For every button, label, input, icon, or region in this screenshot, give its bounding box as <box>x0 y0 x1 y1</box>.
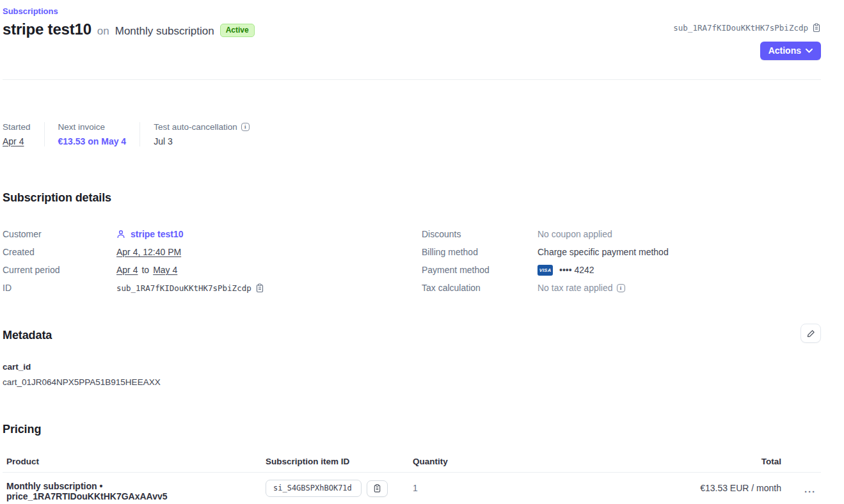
detail-row-customer: Customer stripe test10 <box>3 228 422 240</box>
page-header: stripe test10 on Monthly subscription Ac… <box>3 20 821 60</box>
product-name: Monthly subscription <box>6 481 97 491</box>
subscription-details-grid: Customer stripe test10 Created Apr 4, 12… <box>3 228 821 299</box>
product-separator: • <box>99 481 102 491</box>
column-header-item-id: Subscription item ID <box>266 457 413 466</box>
title-connector: on <box>97 25 109 38</box>
info-icon[interactable]: i <box>241 123 250 131</box>
billing-method-label: Billing method <box>422 247 537 257</box>
subscription-id-detail-value: sub_1RA7fKIDouKKtHK7sPbiZcdp <box>116 283 251 293</box>
chevron-down-icon <box>806 49 813 53</box>
current-period-end[interactable]: May 4 <box>153 265 177 275</box>
subscription-id-line: sub_1RA7fKIDouKKtHK7sPbiZcdp <box>673 23 821 33</box>
discounts-label: Discounts <box>422 229 537 239</box>
detail-row-id: ID sub_1RA7fKIDouKKtHK7sPbiZcdp <box>3 281 422 294</box>
stats-row: Started Apr 4 Next invoice €13.53 on May… <box>3 122 821 146</box>
stat-next-invoice-value[interactable]: €13.53 on May 4 <box>58 136 127 146</box>
payment-method-label: Payment method <box>422 265 537 275</box>
info-icon[interactable]: i <box>617 284 625 292</box>
title-product-name: Monthly subscription <box>115 25 214 38</box>
copy-clipboard-icon <box>373 484 381 493</box>
discounts-value: No coupon applied <box>537 229 612 239</box>
tax-calculation-label: Tax calculation <box>422 283 537 293</box>
product-price-id: price_1RA7RTIDouKKtHK7GAxAAvv5 <box>6 491 168 501</box>
item-id-cell: si_S4GBSPXhBOK71d <box>266 480 413 497</box>
overflow-menu-icon[interactable]: ··· <box>804 490 816 494</box>
edit-metadata-button[interactable] <box>800 324 821 343</box>
column-header-product: Product <box>6 457 266 466</box>
total-cell: €13.53 EUR / month <box>609 481 781 493</box>
current-period-connector: to <box>141 265 149 275</box>
subscription-detail-page: Subscriptions stripe test10 on Monthly s… <box>0 0 844 504</box>
row-menu-cell: ··· <box>781 481 821 498</box>
pricing-heading: Pricing <box>3 423 821 436</box>
pricing-table-header: Product Subscription item ID Quantity To… <box>3 457 821 473</box>
product-cell: Monthly subscription • price_1RA7RTIDouK… <box>6 481 266 504</box>
quantity-cell: 1 <box>413 481 609 493</box>
stat-started: Started Apr 4 <box>3 122 44 146</box>
actions-button[interactable]: Actions <box>760 42 821 60</box>
copy-clipboard-icon[interactable] <box>255 283 264 293</box>
actions-button-label: Actions <box>768 45 801 56</box>
column-header-quantity: Quantity <box>413 457 609 466</box>
customer-link[interactable]: stripe test10 <box>131 229 183 239</box>
current-period-label: Current period <box>3 265 116 275</box>
detail-row-discounts: Discounts No coupon applied <box>422 228 821 240</box>
detail-row-tax-calculation: Tax calculation No tax rate applied i <box>422 281 821 294</box>
pricing-table: Product Subscription item ID Quantity To… <box>3 457 821 504</box>
header-divider <box>3 79 821 80</box>
tax-calculation-value: No tax rate applied <box>537 283 613 293</box>
status-badge: Active <box>220 24 255 37</box>
stat-next-invoice-label: Next invoice <box>58 122 127 132</box>
detail-row-created: Created Apr 4, 12:40 PM <box>3 246 422 258</box>
pricing-table-row: Monthly subscription • price_1RA7RTIDouK… <box>3 473 821 504</box>
stat-started-value[interactable]: Apr 4 <box>3 136 31 146</box>
detail-row-payment-method: Payment method VISA •••• 4242 <box>422 264 821 276</box>
stat-started-label: Started <box>3 122 31 132</box>
pencil-icon <box>807 329 815 338</box>
metadata-entry: cart_id cart_01JR064NPX5PPA51B915HEEAXX <box>3 362 821 387</box>
details-right-column: Discounts No coupon applied Billing meth… <box>422 228 821 299</box>
column-header-total: Total <box>609 457 781 466</box>
stat-auto-cancellation-label: Test auto-cancellation <box>154 122 237 132</box>
copy-item-id-button[interactable] <box>367 480 388 497</box>
subscription-details-heading: Subscription details <box>3 191 821 205</box>
customer-label: Customer <box>3 229 116 239</box>
details-left-column: Customer stripe test10 Created Apr 4, 12… <box>3 228 422 299</box>
current-period-start[interactable]: Apr 4 <box>116 265 138 275</box>
breadcrumb-subscriptions[interactable]: Subscriptions <box>3 6 821 16</box>
header-right: sub_1RA7fKIDouKKtHK7sPbiZcdp Actions <box>673 20 821 60</box>
subscription-id-value: sub_1RA7fKIDouKKtHK7sPbiZcdp <box>673 23 808 33</box>
stat-auto-cancellation-value: Jul 3 <box>154 136 250 146</box>
page-title: stripe test10 <box>3 20 92 38</box>
id-label: ID <box>3 283 116 293</box>
stat-auto-cancellation: Test auto-cancellation i Jul 3 <box>139 122 263 146</box>
detail-row-billing-method: Billing method Charge specific payment m… <box>422 246 821 258</box>
created-label: Created <box>3 247 116 257</box>
detail-row-current-period: Current period Apr 4 to May 4 <box>3 264 422 276</box>
metadata-key: cart_id <box>3 362 821 372</box>
billing-method-value: Charge specific payment method <box>537 247 669 257</box>
copy-clipboard-icon[interactable] <box>812 23 821 33</box>
metadata-value: cart_01JR064NPX5PPA51B915HEEAXX <box>3 377 821 387</box>
subscription-item-id-field[interactable]: si_S4GBSPXhBOK71d <box>266 480 362 497</box>
metadata-section-header: Metadata <box>3 329 821 348</box>
page-title-line: stripe test10 on Monthly subscription Ac… <box>3 20 255 39</box>
payment-method-value: •••• 4242 <box>559 265 594 275</box>
created-value[interactable]: Apr 4, 12:40 PM <box>116 247 181 257</box>
stat-next-invoice: Next invoice €13.53 on May 4 <box>44 122 140 146</box>
metadata-heading: Metadata <box>3 329 52 342</box>
person-icon <box>116 230 125 239</box>
visa-card-icon: VISA <box>537 265 553 276</box>
